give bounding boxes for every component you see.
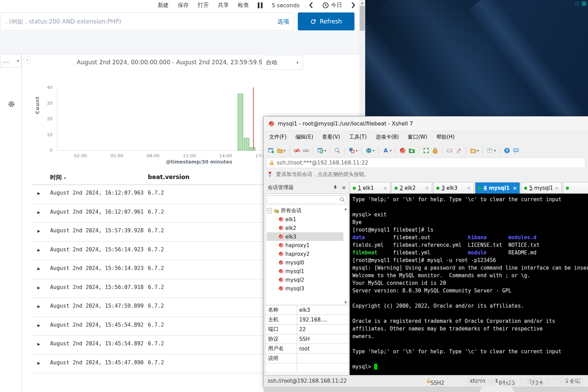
session-item-haproxy2[interactable]: haproxy2	[267, 250, 343, 258]
index-pattern-select[interactable]: .....▾	[0, 54, 21, 68]
property-value: root	[297, 346, 349, 352]
folder-icon	[274, 208, 279, 213]
scrollbar-up-icon[interactable]: ▲	[359, 0, 365, 6]
find-icon[interactable]	[334, 147, 341, 154]
session-properties-icon[interactable]: ▾	[317, 147, 326, 154]
session-item-mysql2[interactable]: mysql2	[267, 276, 343, 284]
refresh-button[interactable]: Refresh	[298, 12, 354, 30]
expand-row-icon[interactable]: ▶	[37, 323, 40, 328]
session-item-elk2[interactable]: elk2	[267, 224, 343, 232]
scrollbar-thumb[interactable]	[360, 6, 365, 31]
gear-icon[interactable]	[8, 100, 15, 108]
session-tab-mysql1[interactable]: 4 mysql1×	[475, 182, 520, 194]
menu-4[interactable]: 选项卡(B)	[376, 134, 399, 140]
session-item-mysql3[interactable]: mysql3	[267, 284, 343, 293]
xshell-logo-icon[interactable]	[399, 147, 406, 154]
toolbar-link-1[interactable]: 保存	[178, 2, 189, 9]
menu-6[interactable]: 帮助(H)	[436, 134, 455, 140]
today-button[interactable]: 今日	[322, 2, 342, 9]
close-tab-icon[interactable]: ×	[425, 185, 429, 191]
terminal-line: mysql: [Warning] Using a password on the…	[352, 264, 588, 272]
expand-row-icon[interactable]: ▶	[37, 210, 40, 215]
xftp-logo-icon[interactable]	[408, 147, 415, 154]
menu-5[interactable]: 窗口(W)	[408, 134, 427, 140]
menu-1[interactable]: 编辑(E)	[295, 134, 313, 140]
open-session-icon[interactable]: ▾	[277, 147, 286, 154]
close-tab-icon[interactable]: ×	[554, 185, 559, 191]
terminal[interactable]: Type 'help;' or '\h' for help. Type '\c'…	[350, 194, 588, 375]
tile-windows-icon[interactable]: ▾	[487, 147, 496, 154]
toolbar-link-3[interactable]: 共享	[218, 2, 229, 9]
toolbar-link-4[interactable]: 检查	[238, 2, 249, 9]
help-icon[interactable]: ?	[504, 147, 510, 154]
histogram-bar[interactable]	[238, 94, 243, 150]
session-tab-elk2[interactable]: 2 elk2×	[391, 182, 432, 194]
scroll-up-icon[interactable]: ▲	[343, 206, 348, 211]
interval-select[interactable]: 自动▾	[262, 55, 303, 70]
close-tab-icon[interactable]: ×	[383, 185, 387, 191]
collapse-sidebar-button[interactable]: ‹	[23, 56, 31, 64]
menu-3[interactable]: 工具(T)	[349, 134, 367, 140]
color-scheme-icon[interactable]: ▾	[349, 147, 358, 154]
status-session-count: 6 会话	[565, 378, 580, 384]
session-item-elk3[interactable]: elk3	[267, 232, 343, 241]
xshell-titlebar[interactable]: mysql1 - root@mysql1:/usr/local/filebeat…	[264, 116, 588, 131]
font-icon[interactable]: A▾	[382, 147, 391, 154]
lock-icon[interactable]	[432, 147, 438, 154]
virtual-keyboard-icon[interactable]	[446, 147, 453, 154]
close-tab-icon[interactable]: ×	[513, 185, 517, 191]
connected-dot-icon	[566, 187, 569, 190]
expand-row-icon[interactable]: ▶	[37, 267, 40, 271]
terminal-line: mysql> exit	[352, 211, 588, 218]
pause-icon[interactable]	[258, 2, 263, 8]
expand-row-icon[interactable]: ▶	[37, 229, 40, 233]
pin-icon[interactable]	[333, 185, 338, 190]
menu-0[interactable]: 文件(F)	[269, 134, 286, 140]
refresh-interval-value[interactable]: 5 seconds	[272, 2, 300, 9]
search-input[interactable]: . (例如，status:200 AND extension:PHP) 选项	[0, 12, 294, 30]
close-panel-icon[interactable]: ×	[342, 184, 346, 191]
menu-2[interactable]: 查看(V)	[322, 134, 340, 140]
prev-time-icon[interactable]	[309, 2, 313, 8]
tree-collapse-icon[interactable]: −	[267, 208, 272, 213]
toolbar-link-0[interactable]: 新建	[158, 2, 169, 9]
session-tab-elk3[interactable]: 3 elk3×	[433, 182, 474, 194]
highlighter-pen-icon[interactable]	[455, 147, 462, 154]
expand-row-icon[interactable]: ▶	[37, 248, 40, 252]
expand-row-icon[interactable]: ▶	[37, 191, 40, 196]
expand-row-icon[interactable]: ▶	[37, 342, 40, 346]
expand-row-icon[interactable]: ▶	[37, 361, 40, 365]
fullscreen-icon[interactable]	[423, 147, 429, 154]
column-header-beat-version[interactable]: beat.version	[148, 174, 189, 180]
session-search-input[interactable]	[267, 195, 347, 204]
reconnect-icon[interactable]	[303, 147, 309, 154]
histogram-bar[interactable]	[244, 138, 249, 150]
expand-row-icon[interactable]: ▶	[37, 286, 40, 290]
scroll-down-icon[interactable]: ▼	[343, 300, 348, 305]
column-header-time[interactable]: 时间 ▾	[50, 174, 66, 181]
session-item-mysql0[interactable]: mysql0	[267, 258, 343, 267]
disconnect-icon[interactable]	[294, 147, 300, 154]
tree-root-all-sessions[interactable]: −所有会话	[267, 206, 343, 215]
session-tab-elk1[interactable]: 1 elk1×	[350, 182, 390, 194]
next-time-icon[interactable]	[351, 2, 356, 8]
expand-row-icon[interactable]: ▶	[37, 304, 40, 309]
tree-scrollbar[interactable]: ▲ ▼	[343, 206, 348, 305]
x-tick-label: 02:00	[74, 153, 87, 158]
address-bar[interactable]: ssh://root:***@192.168.168.11:22	[266, 158, 585, 168]
x-tick-label: 11:00	[183, 153, 196, 158]
web-browser-icon[interactable]: ▾	[366, 147, 374, 154]
property-label: 端口	[265, 325, 297, 334]
new-folder-icon[interactable]: ▾	[470, 147, 479, 154]
search-options-link[interactable]: 选项	[277, 18, 289, 26]
svg-text:?: ?	[506, 148, 508, 153]
session-tab-mysql1[interactable]: 5 mysql1×	[521, 182, 562, 194]
new-session-icon[interactable]	[268, 147, 274, 154]
chat-icon[interactable]	[513, 147, 519, 154]
session-tab-partial[interactable]	[563, 182, 588, 194]
close-tab-icon[interactable]: ×	[467, 185, 471, 191]
session-item-mysql1[interactable]: mysql1	[267, 267, 343, 276]
session-item-elk1[interactable]: elk1	[267, 215, 343, 224]
toolbar-link-2[interactable]: 打开	[198, 2, 209, 9]
session-item-haproxy1[interactable]: haproxy1	[267, 241, 343, 250]
